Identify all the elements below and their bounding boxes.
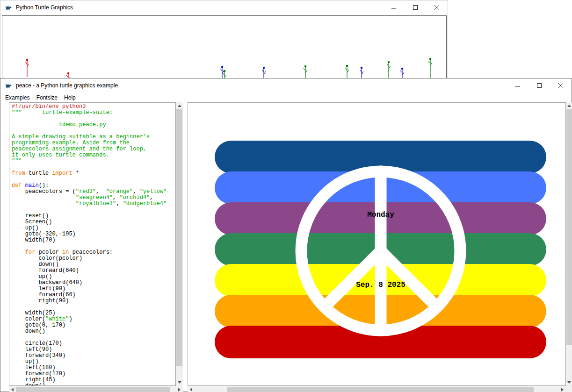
tree-drawing — [25, 59, 29, 77]
date-text: Sep. 8 2025 — [356, 281, 405, 289]
code-horizontal-scrollbar[interactable] — [9, 386, 183, 392]
code-line: it only uses turtle commands. — [12, 152, 175, 158]
scroll-left-button[interactable] — [9, 386, 16, 392]
peace-flag-drawing: Monday Sep. 8 2025 — [188, 103, 565, 385]
menu-fontsize[interactable]: Fontsize — [33, 93, 61, 102]
code-line: """ — [12, 158, 175, 164]
window-title: Python Turtle Graphics — [16, 4, 73, 11]
code-line: down() — [12, 383, 175, 386]
scroll-right-button[interactable] — [559, 386, 566, 392]
code-line: """ turtle-example-suite: — [12, 110, 175, 116]
window-controls — [383, 0, 448, 14]
arrow-left-icon — [11, 388, 14, 392]
tree-drawing — [387, 61, 391, 78]
code-line: "royalblue1", "dodgerblue4" — [12, 201, 175, 207]
peace-demo-window: peace - a Python turtle graphics example… — [0, 78, 572, 392]
menu-examples[interactable]: Examples — [2, 93, 33, 102]
menu-help[interactable]: Help — [61, 93, 79, 102]
scroll-left-button[interactable] — [188, 386, 195, 392]
scroll-thumb[interactable] — [176, 109, 182, 366]
arrow-up-icon — [178, 105, 181, 107]
arrow-right-icon — [561, 388, 564, 392]
close-icon — [558, 83, 563, 88]
arrow-right-icon — [178, 388, 181, 392]
close-button[interactable] — [550, 78, 572, 93]
title-bar[interactable]: peace - a Python turtle graphics example — [0, 78, 572, 93]
minimize-button[interactable] — [507, 78, 529, 93]
code-editor[interactable]: #!/usr/bin/env python3""" turtle-example… — [9, 102, 176, 386]
scroll-right-button[interactable] — [176, 386, 183, 392]
arrow-left-icon — [190, 388, 192, 392]
code-line: tdemo_peace.py — [12, 122, 175, 128]
tree-drawing — [428, 58, 432, 78]
title-bar[interactable]: Python Turtle Graphics — [0, 0, 448, 14]
code-line: from turtle import * — [12, 171, 175, 177]
scrollbar-corner — [566, 386, 572, 392]
scroll-up-button[interactable] — [176, 102, 183, 109]
turtle-app-icon — [5, 4, 12, 11]
window-controls — [507, 78, 572, 93]
tree-drawing — [262, 67, 266, 78]
scroll-down-button[interactable] — [176, 379, 183, 386]
maximize-icon — [537, 83, 542, 88]
minimize-button[interactable] — [383, 0, 405, 14]
tree-drawing — [220, 66, 224, 78]
code-vertical-scrollbar[interactable] — [176, 102, 183, 386]
pane-divider[interactable] — [183, 102, 188, 386]
scroll-down-button[interactable] — [566, 379, 572, 386]
scroll-up-button[interactable] — [566, 102, 572, 109]
close-button[interactable] — [426, 0, 448, 14]
minimize-icon — [515, 83, 520, 88]
tree-drawing — [304, 65, 307, 78]
close-icon — [434, 5, 439, 10]
tree-drawing — [360, 67, 363, 78]
canvas-horizontal-scrollbar[interactable] — [188, 386, 566, 392]
weekday-text: Monday — [367, 211, 394, 219]
minimize-icon — [391, 5, 396, 10]
maximize-icon — [413, 5, 418, 10]
tree-drawing — [223, 70, 226, 78]
code-line: right(90) — [12, 298, 175, 304]
scroll-thumb[interactable] — [566, 109, 572, 345]
maximize-button[interactable] — [405, 0, 426, 14]
menu-bar: Examples Fontsize Help — [0, 93, 572, 102]
scroll-thumb[interactable] — [16, 387, 170, 392]
tree-drawing — [345, 65, 349, 78]
arrow-up-icon — [567, 105, 571, 107]
canvas-vertical-scrollbar[interactable] — [566, 102, 572, 386]
turtle-app-icon — [5, 82, 12, 89]
maximize-button[interactable] — [529, 78, 550, 93]
turtle-canvas[interactable]: Monday Sep. 8 2025 — [188, 102, 566, 386]
arrow-down-icon — [178, 381, 181, 384]
code-line: width(70) — [12, 237, 175, 243]
scroll-thumb[interactable] — [227, 387, 534, 392]
window-title: peace - a Python turtle graphics example — [16, 82, 118, 89]
arrow-down-icon — [567, 381, 571, 384]
tree-drawing — [400, 68, 404, 78]
code-line: down() — [12, 328, 175, 335]
